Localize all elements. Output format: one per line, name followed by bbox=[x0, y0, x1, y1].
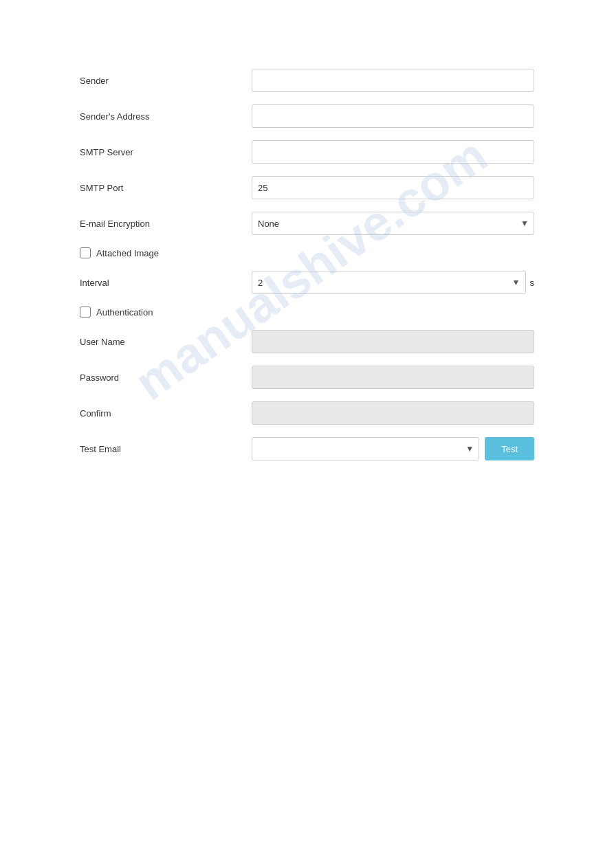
senders-address-input[interactable] bbox=[252, 104, 534, 128]
test-email-select-wrapper: ▼ bbox=[252, 437, 479, 460]
interval-select-wrapper: 1 2 3 5 10 15 30 ▼ bbox=[252, 271, 526, 294]
email-encryption-row: E-mail Encryption None SSL TLS ▼ bbox=[80, 212, 534, 235]
smtp-port-row: SMTP Port bbox=[80, 176, 534, 199]
form-container: Sender Sender's Address SMTP Server SMTP… bbox=[0, 0, 614, 500]
authentication-label[interactable]: Authentication bbox=[96, 307, 153, 318]
user-name-row: User Name bbox=[80, 330, 534, 353]
attached-image-row: Attached Image bbox=[80, 247, 534, 258]
attached-image-label[interactable]: Attached Image bbox=[96, 248, 159, 258]
smtp-server-row: SMTP Server bbox=[80, 140, 534, 164]
user-name-label: User Name bbox=[80, 337, 252, 347]
test-button[interactable]: Test bbox=[485, 437, 534, 460]
password-row: Password bbox=[80, 366, 534, 389]
confirm-label: Confirm bbox=[80, 408, 252, 419]
confirm-row: Confirm bbox=[80, 401, 534, 425]
sender-label: Sender bbox=[80, 76, 252, 86]
test-email-row: Test Email ▼ Test bbox=[80, 437, 534, 460]
sender-input[interactable] bbox=[252, 69, 534, 92]
test-email-select[interactable] bbox=[252, 437, 479, 460]
sender-row: Sender bbox=[80, 69, 534, 92]
password-label: Password bbox=[80, 372, 252, 383]
senders-address-row: Sender's Address bbox=[80, 104, 534, 128]
user-name-input[interactable] bbox=[252, 330, 534, 353]
smtp-server-label: SMTP Server bbox=[80, 147, 252, 157]
email-encryption-label: E-mail Encryption bbox=[80, 219, 252, 229]
authentication-row: Authentication bbox=[80, 307, 534, 318]
interval-select[interactable]: 1 2 3 5 10 15 30 bbox=[252, 271, 526, 294]
smtp-port-label: SMTP Port bbox=[80, 183, 252, 193]
test-email-label: Test Email bbox=[80, 444, 252, 454]
smtp-server-input[interactable] bbox=[252, 140, 534, 164]
interval-unit: s bbox=[530, 278, 535, 288]
authentication-checkbox[interactable] bbox=[80, 307, 91, 318]
password-input[interactable] bbox=[252, 366, 534, 389]
email-encryption-select-wrapper: None SSL TLS ▼ bbox=[252, 212, 534, 235]
interval-row: Interval 1 2 3 5 10 15 30 ▼ s bbox=[80, 271, 534, 294]
senders-address-label: Sender's Address bbox=[80, 111, 252, 122]
smtp-port-input[interactable] bbox=[252, 176, 534, 199]
interval-label: Interval bbox=[80, 278, 252, 288]
confirm-input[interactable] bbox=[252, 401, 534, 425]
attached-image-checkbox[interactable] bbox=[80, 247, 91, 258]
email-encryption-select[interactable]: None SSL TLS bbox=[252, 212, 534, 235]
